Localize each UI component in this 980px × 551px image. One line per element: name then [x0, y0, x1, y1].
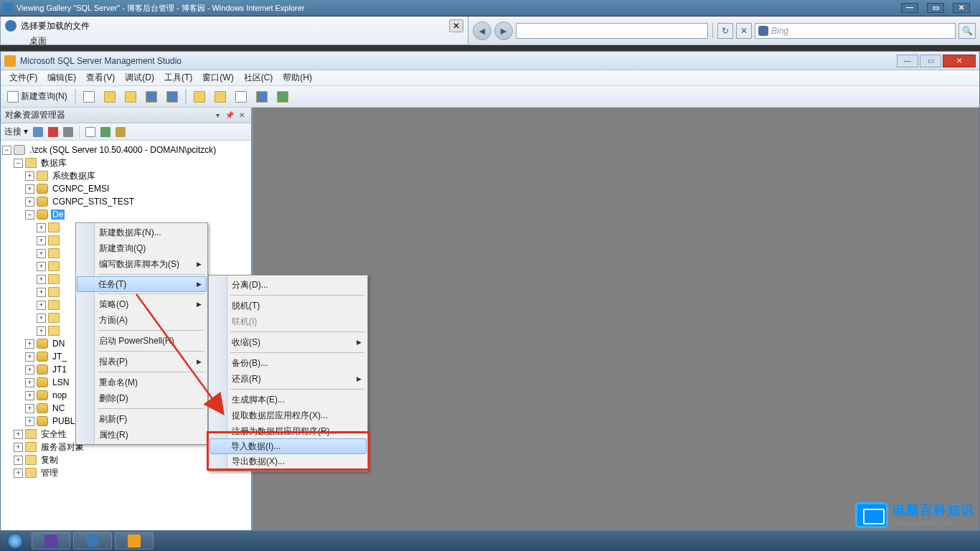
menu-help[interactable]: 帮助(H): [278, 70, 316, 85]
context-item[interactable]: 导出数据(X)...: [210, 453, 366, 469]
tb-btn2[interactable]: [211, 89, 230, 105]
tb-btn3[interactable]: [232, 89, 250, 105]
address-bar[interactable]: [516, 23, 708, 39]
file-open-dialog: 选择要加载的文件 ✕ 桌面: [0, 17, 468, 45]
taskbar-item-vs[interactable]: [32, 532, 70, 550]
tree-db-node[interactable]: +CGNPC_EMSI: [2, 182, 250, 195]
context-item[interactable]: 脱机(T): [210, 298, 366, 314]
watermark-url: www.pc-daily.com: [892, 518, 974, 527]
tree-db-node-selected[interactable]: −De: [2, 208, 250, 221]
oe-pin-icon[interactable]: 📌: [225, 110, 235, 121]
file-dialog-title: 选择要加载的文件: [21, 20, 90, 32]
tb-btn1[interactable]: [190, 89, 209, 105]
ie-close-button[interactable]: ✕: [953, 3, 970, 13]
database-icon: [37, 403, 48, 413]
context-item[interactable]: 方面(A): [77, 312, 206, 328]
folder-icon: [48, 274, 60, 284]
ssms-minimize-button[interactable]: —: [897, 55, 918, 67]
file-dialog-tab-desktop[interactable]: 桌面: [29, 35, 47, 47]
menu-edit[interactable]: 编辑(E): [43, 70, 80, 85]
tb-new-button[interactable]: [80, 89, 98, 105]
ssms-window-title: Microsoft SQL Server Management Studio: [20, 56, 897, 66]
search-go-button[interactable]: 🔍: [958, 23, 976, 39]
context-item[interactable]: 分离(D)...: [210, 277, 366, 293]
context-separator: [230, 352, 364, 353]
context-item[interactable]: 新建数据库(N)...: [77, 225, 206, 240]
stop-button[interactable]: ✕: [736, 23, 752, 39]
tree-sysdb-node[interactable]: +系统数据库: [2, 169, 250, 182]
context-item[interactable]: 生成脚本(E)...: [210, 392, 366, 408]
tree-databases-node[interactable]: −数据库: [2, 156, 250, 169]
database-icon: [37, 416, 48, 426]
ssms-app-icon: [4, 55, 16, 67]
context-item[interactable]: 还原(R)▶: [210, 371, 366, 387]
menu-tools[interactable]: 工具(T): [160, 70, 197, 85]
tb-saveall-button[interactable]: [163, 89, 182, 105]
oe-tool-btn2[interactable]: [47, 126, 60, 138]
ssms-close-button[interactable]: ✕: [943, 55, 976, 67]
ie-minimize-button[interactable]: —: [901, 3, 918, 13]
menu-file[interactable]: 文件(F): [5, 70, 42, 85]
context-item[interactable]: 报表(P)▶: [77, 354, 206, 369]
ssms-maximize-button[interactable]: ▭: [920, 55, 941, 67]
watermark-title: 电脑百科知识: [892, 504, 974, 518]
context-item[interactable]: 备份(B)...: [210, 355, 366, 371]
context-item[interactable]: 注册为数据层应用程序(R)...: [210, 423, 366, 439]
tb-open2-button[interactable]: [121, 89, 140, 105]
oe-tool-filter[interactable]: [84, 126, 97, 138]
oe-tool-btn3[interactable]: [62, 126, 75, 138]
menu-view[interactable]: 查看(V): [82, 70, 119, 85]
windows-taskbar: [0, 531, 980, 551]
back-button[interactable]: ◄: [473, 22, 491, 40]
context-item[interactable]: 启动 PowerShell(H): [77, 333, 206, 349]
context-item: 联机(I): [210, 314, 366, 329]
context-item[interactable]: 重命名(M): [77, 375, 206, 390]
start-button[interactable]: [0, 531, 30, 551]
tb-btn4[interactable]: [253, 89, 271, 105]
menu-community[interactable]: 社区(C): [240, 70, 278, 85]
oe-toolbar: 连接 ▾: [1, 123, 251, 141]
context-item[interactable]: 任务(T)▶: [77, 276, 207, 292]
submenu-arrow-icon: ▶: [197, 260, 202, 268]
context-item[interactable]: 属性(R): [77, 427, 206, 443]
disconnect-icon: [48, 127, 58, 137]
forward-button[interactable]: ►: [494, 22, 513, 40]
search-box[interactable]: Bing: [755, 23, 956, 39]
taskbar-item-ssms[interactable]: [115, 532, 154, 550]
ie-maximize-button[interactable]: ▭: [927, 3, 944, 13]
context-item[interactable]: 收缩(S)▶: [210, 334, 366, 350]
oe-tool-btn1[interactable]: [32, 126, 44, 138]
new-query-button[interactable]: 新建查询(N): [4, 89, 71, 105]
oe-connect-label[interactable]: 连接 ▾: [4, 126, 28, 138]
oe-tool-props[interactable]: [114, 126, 127, 138]
icon: [194, 91, 205, 103]
context-separator: [98, 330, 204, 331]
tb-btn5[interactable]: [273, 89, 292, 105]
context-item[interactable]: 删除(D): [77, 390, 206, 406]
tb-open-button[interactable]: [100, 89, 119, 105]
context-item[interactable]: 编写数据库脚本为(S)▶: [77, 256, 206, 272]
context-item[interactable]: 策略(O)▶: [77, 296, 206, 312]
context-separator: [230, 331, 364, 332]
taskbar-item-ie[interactable]: [73, 532, 112, 550]
folder-open-icon: [125, 91, 136, 103]
context-item[interactable]: 新建查询(Q): [77, 240, 206, 256]
context-item[interactable]: 刷新(F): [77, 411, 206, 427]
tb-save-button[interactable]: [142, 89, 161, 105]
oe-dropdown-icon[interactable]: ▾: [212, 110, 222, 121]
file-dialog-close-button[interactable]: ✕: [449, 19, 463, 32]
context-separator: [98, 351, 204, 352]
context-separator: [230, 389, 364, 390]
menu-window[interactable]: 窗口(W): [198, 70, 237, 85]
menu-debug[interactable]: 调试(D): [121, 70, 159, 85]
refresh-button[interactable]: ↻: [717, 23, 733, 39]
tree-server-node[interactable]: −.\zck (SQL Server 10.50.4000 - DOMAIN\p…: [2, 143, 250, 156]
oe-tool-refresh[interactable]: [99, 126, 112, 138]
folder-icon: [48, 235, 60, 245]
icon: [277, 91, 288, 103]
oe-close-icon[interactable]: ✕: [237, 110, 247, 121]
tree-db-node[interactable]: +CGNPC_STIS_TEST: [2, 195, 250, 208]
context-item[interactable]: 提取数据层应用程序(X)...: [210, 408, 366, 423]
context-item-import-data[interactable]: 导入数据(I)...: [209, 438, 367, 454]
windows-orb-icon: [7, 533, 23, 549]
